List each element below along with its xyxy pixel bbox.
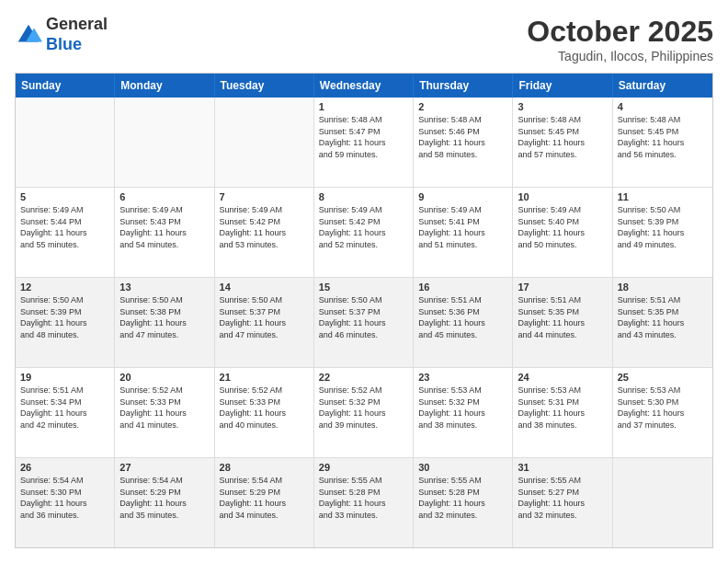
day-number: 4 xyxy=(618,101,708,112)
day-cell: 28Sunrise: 5:54 AM Sunset: 5:29 PM Dayli… xyxy=(215,458,314,547)
month-title: October 2025 xyxy=(527,15,713,49)
day-cell: 17Sunrise: 5:51 AM Sunset: 5:35 PM Dayli… xyxy=(513,278,612,367)
day-cell: 2Sunrise: 5:48 AM Sunset: 5:46 PM Daylig… xyxy=(414,98,513,187)
day-info: Sunrise: 5:53 AM Sunset: 5:32 PM Dayligh… xyxy=(418,385,507,431)
day-cell: 3Sunrise: 5:48 AM Sunset: 5:45 PM Daylig… xyxy=(513,98,612,187)
day-info: Sunrise: 5:51 AM Sunset: 5:35 PM Dayligh… xyxy=(618,294,708,340)
day-info: Sunrise: 5:55 AM Sunset: 5:28 PM Dayligh… xyxy=(418,475,507,521)
day-number: 20 xyxy=(119,372,209,383)
day-cell: 15Sunrise: 5:50 AM Sunset: 5:37 PM Dayli… xyxy=(314,278,414,367)
day-cell: 30Sunrise: 5:55 AM Sunset: 5:28 PM Dayli… xyxy=(414,458,513,547)
day-name-sunday: Sunday xyxy=(16,74,115,98)
day-cell: 6Sunrise: 5:49 AM Sunset: 5:43 PM Daylig… xyxy=(115,188,214,277)
day-info: Sunrise: 5:49 AM Sunset: 5:42 PM Dayligh… xyxy=(220,204,309,250)
day-info: Sunrise: 5:51 AM Sunset: 5:34 PM Dayligh… xyxy=(20,385,109,431)
day-info: Sunrise: 5:49 AM Sunset: 5:42 PM Dayligh… xyxy=(319,204,408,250)
day-name-wednesday: Wednesday xyxy=(314,74,414,98)
day-info: Sunrise: 5:49 AM Sunset: 5:44 PM Dayligh… xyxy=(20,204,109,250)
day-number: 24 xyxy=(518,372,607,383)
title-block: October 2025 Tagudin, Ilocos, Philippine… xyxy=(527,15,713,63)
day-name-saturday: Saturday xyxy=(613,74,712,98)
calendar: SundayMondayTuesdayWednesdayThursdayFrid… xyxy=(15,73,713,548)
day-number: 3 xyxy=(518,101,607,112)
day-number: 17 xyxy=(518,282,607,293)
day-name-tuesday: Tuesday xyxy=(215,74,314,98)
day-cell: 24Sunrise: 5:53 AM Sunset: 5:31 PM Dayli… xyxy=(513,368,612,457)
day-info: Sunrise: 5:48 AM Sunset: 5:46 PM Dayligh… xyxy=(418,114,507,160)
week-row-4: 19Sunrise: 5:51 AM Sunset: 5:34 PM Dayli… xyxy=(16,367,712,457)
day-cell: 11Sunrise: 5:50 AM Sunset: 5:39 PM Dayli… xyxy=(613,188,712,277)
day-cell: 4Sunrise: 5:48 AM Sunset: 5:45 PM Daylig… xyxy=(613,98,712,187)
day-number: 26 xyxy=(20,462,109,473)
day-cell: 9Sunrise: 5:49 AM Sunset: 5:41 PM Daylig… xyxy=(414,188,513,277)
day-info: Sunrise: 5:54 AM Sunset: 5:30 PM Dayligh… xyxy=(20,475,109,521)
day-number: 10 xyxy=(518,191,607,202)
day-cell: 16Sunrise: 5:51 AM Sunset: 5:36 PM Dayli… xyxy=(414,278,513,367)
day-info: Sunrise: 5:52 AM Sunset: 5:32 PM Dayligh… xyxy=(319,385,408,431)
day-number: 23 xyxy=(418,372,507,383)
day-info: Sunrise: 5:55 AM Sunset: 5:27 PM Dayligh… xyxy=(518,475,607,521)
day-number: 7 xyxy=(220,191,309,202)
calendar-body: 1Sunrise: 5:48 AM Sunset: 5:47 PM Daylig… xyxy=(16,98,712,547)
day-number: 18 xyxy=(618,282,708,293)
day-cell: 23Sunrise: 5:53 AM Sunset: 5:32 PM Dayli… xyxy=(414,368,513,457)
day-number: 8 xyxy=(319,191,408,202)
day-info: Sunrise: 5:51 AM Sunset: 5:35 PM Dayligh… xyxy=(518,294,607,340)
day-cell: 8Sunrise: 5:49 AM Sunset: 5:42 PM Daylig… xyxy=(314,188,414,277)
day-cell xyxy=(115,98,214,187)
day-info: Sunrise: 5:48 AM Sunset: 5:45 PM Dayligh… xyxy=(618,114,708,160)
day-info: Sunrise: 5:51 AM Sunset: 5:36 PM Dayligh… xyxy=(418,294,507,340)
day-info: Sunrise: 5:48 AM Sunset: 5:47 PM Dayligh… xyxy=(319,114,408,160)
day-cell: 26Sunrise: 5:54 AM Sunset: 5:30 PM Dayli… xyxy=(16,458,115,547)
day-number: 13 xyxy=(119,282,209,293)
day-info: Sunrise: 5:50 AM Sunset: 5:39 PM Dayligh… xyxy=(20,294,109,340)
day-info: Sunrise: 5:54 AM Sunset: 5:29 PM Dayligh… xyxy=(220,475,309,521)
day-cell xyxy=(16,98,115,187)
day-number: 29 xyxy=(319,462,408,473)
day-number: 27 xyxy=(119,462,209,473)
calendar-header: SundayMondayTuesdayWednesdayThursdayFrid… xyxy=(16,74,712,98)
day-cell: 13Sunrise: 5:50 AM Sunset: 5:38 PM Dayli… xyxy=(115,278,214,367)
day-info: Sunrise: 5:55 AM Sunset: 5:28 PM Dayligh… xyxy=(319,475,408,521)
day-cell: 29Sunrise: 5:55 AM Sunset: 5:28 PM Dayli… xyxy=(314,458,414,547)
day-number: 25 xyxy=(618,372,708,383)
week-row-3: 12Sunrise: 5:50 AM Sunset: 5:39 PM Dayli… xyxy=(16,277,712,367)
day-name-thursday: Thursday xyxy=(414,74,513,98)
day-number: 31 xyxy=(518,462,607,473)
day-number: 12 xyxy=(20,282,109,293)
day-info: Sunrise: 5:52 AM Sunset: 5:33 PM Dayligh… xyxy=(119,385,209,431)
day-cell: 25Sunrise: 5:53 AM Sunset: 5:30 PM Dayli… xyxy=(613,368,712,457)
logo-blue: Blue xyxy=(46,35,108,55)
day-number: 22 xyxy=(319,372,408,383)
day-number: 11 xyxy=(618,191,708,202)
subtitle: Tagudin, Ilocos, Philippines xyxy=(527,49,713,63)
day-cell: 19Sunrise: 5:51 AM Sunset: 5:34 PM Dayli… xyxy=(16,368,115,457)
day-info: Sunrise: 5:53 AM Sunset: 5:30 PM Dayligh… xyxy=(618,385,708,431)
day-number: 2 xyxy=(418,101,507,112)
day-cell: 1Sunrise: 5:48 AM Sunset: 5:47 PM Daylig… xyxy=(314,98,414,187)
day-cell: 14Sunrise: 5:50 AM Sunset: 5:37 PM Dayli… xyxy=(215,278,314,367)
day-cell: 20Sunrise: 5:52 AM Sunset: 5:33 PM Dayli… xyxy=(115,368,214,457)
day-name-monday: Monday xyxy=(115,74,214,98)
logo: General Blue xyxy=(15,15,108,54)
day-number: 6 xyxy=(119,191,209,202)
day-cell: 22Sunrise: 5:52 AM Sunset: 5:32 PM Dayli… xyxy=(314,368,414,457)
day-info: Sunrise: 5:50 AM Sunset: 5:37 PM Dayligh… xyxy=(319,294,408,340)
logo-general: General xyxy=(46,15,108,35)
day-name-friday: Friday xyxy=(513,74,612,98)
day-info: Sunrise: 5:49 AM Sunset: 5:40 PM Dayligh… xyxy=(518,204,607,250)
week-row-1: 1Sunrise: 5:48 AM Sunset: 5:47 PM Daylig… xyxy=(16,98,712,187)
day-info: Sunrise: 5:50 AM Sunset: 5:38 PM Dayligh… xyxy=(119,294,209,340)
day-number: 15 xyxy=(319,282,408,293)
day-cell: 31Sunrise: 5:55 AM Sunset: 5:27 PM Dayli… xyxy=(513,458,612,547)
day-number: 16 xyxy=(418,282,507,293)
day-number: 9 xyxy=(418,191,507,202)
day-cell xyxy=(613,458,712,547)
day-number: 21 xyxy=(220,372,309,383)
day-info: Sunrise: 5:53 AM Sunset: 5:31 PM Dayligh… xyxy=(518,385,607,431)
day-cell: 21Sunrise: 5:52 AM Sunset: 5:33 PM Dayli… xyxy=(215,368,314,457)
week-row-5: 26Sunrise: 5:54 AM Sunset: 5:30 PM Dayli… xyxy=(16,457,712,547)
day-info: Sunrise: 5:48 AM Sunset: 5:45 PM Dayligh… xyxy=(518,114,607,160)
week-row-2: 5Sunrise: 5:49 AM Sunset: 5:44 PM Daylig… xyxy=(16,187,712,277)
day-cell: 5Sunrise: 5:49 AM Sunset: 5:44 PM Daylig… xyxy=(16,188,115,277)
